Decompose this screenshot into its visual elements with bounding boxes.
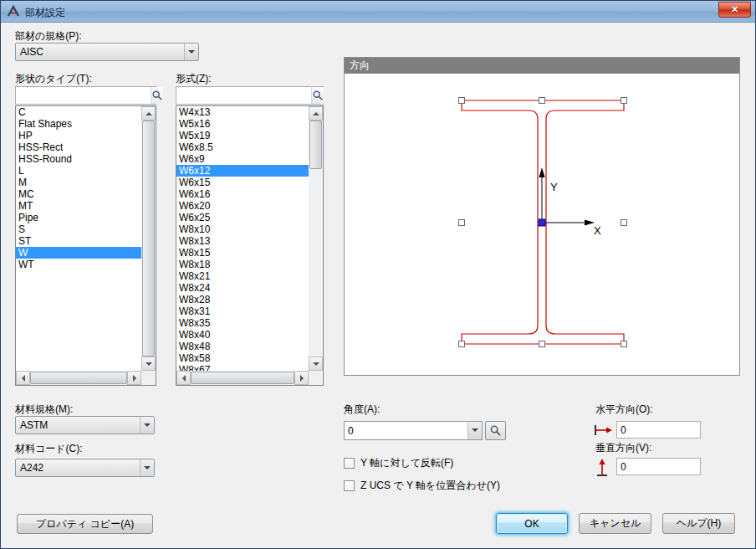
vertical-scrollbar[interactable] xyxy=(141,106,156,371)
list-item[interactable]: W8x28 xyxy=(176,294,309,305)
list-item[interactable]: W8x31 xyxy=(176,305,309,317)
list-item[interactable]: S xyxy=(16,223,141,235)
material-code-value: A242 xyxy=(20,459,43,476)
list-item[interactable]: W6x25 xyxy=(176,212,309,223)
scroll-left-button[interactable] xyxy=(176,371,191,385)
list-item[interactable]: W8x24 xyxy=(176,282,309,294)
shape-list[interactable]: W4x13W5x16W5x19W6x8.5W6x9W6x12W6x15W6x16… xyxy=(176,105,324,386)
scrollbar-thumb[interactable] xyxy=(30,372,127,384)
list-item[interactable]: W6x9 xyxy=(176,153,309,165)
titlebar[interactable]: 部材設定 ✕ xyxy=(1,1,755,23)
material-spec-value: ASTM xyxy=(20,417,48,434)
scroll-up-button[interactable] xyxy=(141,106,156,121)
vertical-input[interactable] xyxy=(616,458,701,475)
y-axis-label: Y xyxy=(550,181,558,193)
list-item[interactable]: W4x13 xyxy=(176,106,309,118)
scroll-up-button[interactable] xyxy=(309,106,323,121)
material-code-label: 材料コード(C): xyxy=(15,442,83,456)
scrollbar-thumb[interactable] xyxy=(191,372,294,384)
shape-type-list-items[interactable]: CFlat ShapesHPHSS-RectHSS-RoundLMMCMTPip… xyxy=(16,106,141,371)
list-item[interactable]: Flat Shapes xyxy=(16,118,141,130)
shape-type-list[interactable]: CFlat ShapesHPHSS-RectHSS-RoundLMMCMTPip… xyxy=(15,105,156,386)
flip-y-checkbox-row[interactable]: Y 軸に対して反転(F) xyxy=(344,456,453,470)
chevron-down-icon[interactable] xyxy=(184,44,198,60)
scroll-right-button[interactable] xyxy=(127,371,141,385)
flip-y-checkbox[interactable] xyxy=(344,458,355,469)
scroll-right-button[interactable] xyxy=(294,371,309,385)
x-axis-label: X xyxy=(594,224,601,237)
list-item[interactable]: W5x19 xyxy=(176,130,309,141)
list-item[interactable]: HP xyxy=(16,130,141,141)
vertical-scrollbar[interactable] xyxy=(309,106,323,371)
help-button[interactable]: ヘルプ(H) xyxy=(662,513,735,534)
shape-search[interactable] xyxy=(176,86,324,105)
spec-label: 部材の規格(P): xyxy=(15,29,82,44)
vertical-direction-icon xyxy=(595,458,609,478)
list-item[interactable]: W6x8.5 xyxy=(176,141,309,153)
scrollbar-thumb[interactable] xyxy=(309,121,322,169)
cancel-button[interactable]: キャンセル xyxy=(579,513,651,534)
list-item[interactable]: W8x35 xyxy=(176,317,309,329)
horizontal-scrollbar[interactable] xyxy=(16,371,141,385)
list-item[interactable]: HSS-Rect xyxy=(16,141,141,153)
list-item[interactable]: W5x16 xyxy=(176,118,309,130)
material-code-combobox[interactable]: A242 xyxy=(15,459,155,477)
horizontal-input[interactable] xyxy=(616,421,701,439)
list-item[interactable]: W8x48 xyxy=(176,341,309,352)
shape-list-items[interactable]: W4x13W5x16W5x19W6x8.5W6x9W6x12W6x15W6x16… xyxy=(176,106,309,371)
magnifier-pick-icon xyxy=(489,424,502,437)
angle-input[interactable] xyxy=(345,422,467,439)
list-item[interactable]: MT xyxy=(16,200,141,212)
shape-search-input[interactable] xyxy=(176,87,311,104)
shape-type-label: 形状のタイプ(T): xyxy=(15,72,92,86)
list-item[interactable]: WT xyxy=(16,259,141,270)
list-item[interactable]: W8x10 xyxy=(176,223,309,235)
shape-type-search[interactable] xyxy=(15,86,156,105)
list-item[interactable]: M xyxy=(16,177,141,188)
list-item[interactable]: W8x67 xyxy=(176,364,309,371)
horizontal-direction-icon xyxy=(593,423,613,437)
scrollbar-thumb[interactable] xyxy=(142,121,155,357)
horizontal-scrollbar[interactable] xyxy=(176,371,309,385)
list-item[interactable]: W8x58 xyxy=(176,352,309,364)
spec-combobox[interactable]: AISC xyxy=(15,43,199,61)
flip-y-label: Y 軸に対して反転(F) xyxy=(360,456,453,470)
material-spec-combobox[interactable]: ASTM xyxy=(15,416,155,434)
scroll-down-button[interactable] xyxy=(141,357,156,371)
orientation-preview: 方向 Y X xyxy=(344,57,740,376)
list-item[interactable]: W8x18 xyxy=(176,259,309,270)
align-z-checkbox-row[interactable]: Z UCS で Y 軸を位置合わせ(Y) xyxy=(344,479,500,493)
ok-button[interactable]: OK xyxy=(496,513,568,534)
horizontal-label: 水平方向(O): xyxy=(595,403,653,417)
search-icon[interactable] xyxy=(151,87,163,104)
list-item[interactable]: Pipe xyxy=(16,212,141,223)
chevron-down-icon[interactable] xyxy=(140,459,154,476)
copy-properties-button[interactable]: プロパティ コピー(A) xyxy=(17,514,153,534)
chevron-down-icon[interactable] xyxy=(467,422,482,439)
list-item[interactable]: HSS-Round xyxy=(16,153,141,165)
list-item[interactable]: W8x13 xyxy=(176,235,309,247)
scroll-down-button[interactable] xyxy=(309,357,323,371)
list-item[interactable]: L xyxy=(16,165,141,177)
list-item[interactable]: W8x21 xyxy=(176,270,309,282)
angle-combobox[interactable] xyxy=(344,421,483,440)
list-item[interactable]: W8x40 xyxy=(176,329,309,341)
origin-grip xyxy=(539,219,545,226)
list-item[interactable]: W6x16 xyxy=(176,188,309,200)
list-item[interactable]: C xyxy=(16,106,141,118)
angle-pick-button[interactable] xyxy=(485,421,506,440)
list-item[interactable]: W6x12 xyxy=(176,165,309,177)
list-item[interactable]: W6x20 xyxy=(176,200,309,212)
align-z-checkbox[interactable] xyxy=(344,480,355,491)
list-item[interactable]: W6x15 xyxy=(176,177,309,188)
beam-section-preview: Y X xyxy=(345,74,739,375)
close-button[interactable]: ✕ xyxy=(718,2,751,18)
list-item[interactable]: ST xyxy=(16,235,141,247)
list-item[interactable]: W xyxy=(16,247,141,259)
search-icon[interactable] xyxy=(311,87,324,104)
shape-type-search-input[interactable] xyxy=(16,87,151,104)
list-item[interactable]: MC xyxy=(16,188,141,200)
list-item[interactable]: W8x15 xyxy=(176,247,309,259)
chevron-down-icon[interactable] xyxy=(140,417,154,434)
scroll-left-button[interactable] xyxy=(16,371,30,385)
